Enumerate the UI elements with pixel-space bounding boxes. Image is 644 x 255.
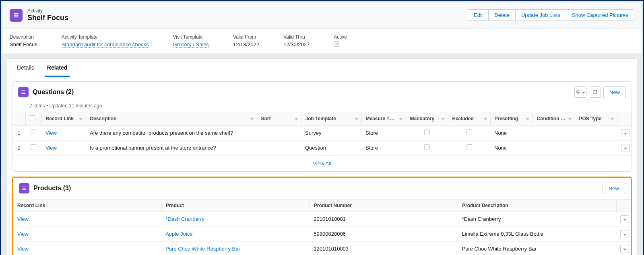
- cell-sort: [257, 125, 301, 140]
- record-link[interactable]: View: [17, 216, 29, 222]
- row-checkbox[interactable]: [31, 144, 36, 150]
- field-label: Description: [10, 34, 37, 40]
- svg-rect-9: [22, 189, 26, 190]
- col-excluded[interactable]: Excluded: [448, 112, 490, 125]
- col-row-actions: [617, 112, 632, 125]
- record-link[interactable]: View: [45, 130, 57, 136]
- row-actions-button[interactable]: [620, 245, 629, 253]
- svg-rect-3: [21, 90, 25, 91]
- record-title: Shelf Focus: [27, 14, 68, 23]
- field-valid-thru: Valid Thru 12/30/2027: [283, 34, 310, 48]
- row-actions-button[interactable]: [620, 230, 629, 238]
- col-row-number: [12, 112, 25, 125]
- field-value-link[interactable]: Grocery / Sales: [173, 41, 209, 48]
- col-product[interactable]: Product: [161, 199, 310, 212]
- cell-product-number: 59800020006: [310, 226, 458, 241]
- col-pos-type[interactable]: POS Type: [575, 112, 617, 125]
- svg-rect-0: [14, 13, 19, 14]
- field-value: Shelf Focus: [10, 41, 37, 47]
- cell-excluded-checkbox: [466, 130, 472, 135]
- card-title: Products (3): [33, 185, 71, 192]
- object-label: Activity: [27, 8, 68, 14]
- field-label: Valid From: [233, 34, 259, 40]
- cell-product-number: 20101010001: [310, 212, 458, 226]
- cell-mandatory-checkbox: [424, 130, 430, 135]
- header-actions: Edit Delete Update Job Lists Show Captur…: [468, 9, 634, 21]
- list-icon: [18, 87, 29, 97]
- cell-product-description: *Dash Cranberry: [458, 212, 616, 226]
- row-number: 2: [12, 140, 25, 155]
- questions-view-all[interactable]: View All: [313, 160, 331, 167]
- update-job-lists-button[interactable]: Update Job Lists: [515, 9, 566, 21]
- field-value: 12/13/2022: [233, 41, 259, 47]
- cell-description: Are there any competitor products presen…: [86, 125, 257, 140]
- tab-related[interactable]: Related: [45, 59, 70, 77]
- row-actions-button[interactable]: [620, 215, 629, 223]
- svg-rect-7: [22, 187, 26, 187]
- product-link[interactable]: Pure Choc White Raspberry Bar: [165, 246, 240, 252]
- field-label: Valid Thru: [283, 34, 310, 40]
- col-mandatory[interactable]: Mandatory: [406, 112, 448, 125]
- record-link[interactable]: View: [45, 145, 57, 151]
- product-link[interactable]: Apple Juice: [165, 231, 192, 237]
- col-row-actions: [616, 199, 631, 212]
- record-header-left: Activity Shelf Focus: [10, 8, 68, 23]
- col-presetting[interactable]: Presetting: [490, 112, 533, 125]
- related-questions-card: Questions (2) New 2 items • Updated 11 m…: [12, 81, 632, 172]
- record-header: Activity Shelf Focus Edit Delete Update …: [2, 2, 642, 29]
- row-actions-button[interactable]: [621, 144, 630, 152]
- svg-point-6: [578, 91, 579, 93]
- page-body: Details Related Questions (2): [2, 58, 642, 255]
- table-row: View Pure Choc White Raspberry Bar 12010…: [13, 241, 631, 255]
- questions-table: Record Link Description Sort Job Templat…: [12, 112, 632, 156]
- new-product-button[interactable]: New: [603, 183, 625, 194]
- col-select-all[interactable]: [25, 112, 41, 125]
- col-product-number[interactable]: Product Number: [310, 199, 458, 212]
- table-row: View Apple Juice 59800020006 Limella Ext…: [13, 226, 631, 241]
- field-activity-template: Activity Template Standard audit for com…: [62, 34, 149, 48]
- refresh-button[interactable]: [589, 86, 601, 98]
- card-title: Questions (2): [33, 88, 74, 96]
- table-settings-button[interactable]: [574, 86, 586, 98]
- table-row: 2 View Is a promotional banner present a…: [12, 140, 632, 155]
- show-captured-pictures-button[interactable]: Show Captured Pictures: [566, 9, 634, 21]
- edit-button[interactable]: Edit: [468, 9, 489, 21]
- col-record-link[interactable]: Record Link: [41, 112, 86, 125]
- col-measure-type[interactable]: Measure T…: [361, 112, 406, 125]
- cell-measure-type: Store: [361, 140, 406, 155]
- cell-presetting: None: [490, 125, 533, 140]
- svg-rect-8: [22, 188, 26, 189]
- col-description[interactable]: Description: [86, 112, 257, 125]
- row-checkbox[interactable]: [31, 130, 36, 135]
- svg-rect-2: [14, 16, 19, 17]
- field-visit-template: Visit Template Grocery / Sales: [173, 34, 209, 48]
- col-product-description[interactable]: Product Description: [458, 199, 616, 212]
- svg-rect-5: [21, 93, 25, 94]
- delete-button[interactable]: Delete: [488, 9, 516, 21]
- checkbox-checked-disabled: ✓: [334, 41, 339, 47]
- col-record-link[interactable]: Record Link: [13, 199, 161, 212]
- svg-rect-4: [21, 92, 25, 93]
- col-condition[interactable]: Condition …: [533, 112, 575, 125]
- tab-details[interactable]: Details: [14, 59, 37, 77]
- col-job-template[interactable]: Job Template: [301, 112, 361, 125]
- col-sort[interactable]: Sort: [257, 112, 301, 125]
- row-number: 1: [12, 125, 25, 140]
- field-value-link[interactable]: Standard audit for compliance checks: [62, 41, 149, 48]
- row-actions-button[interactable]: [621, 129, 630, 137]
- table-row: View *Dash Cranberry 20101010001 *Dash C…: [13, 212, 631, 226]
- cell-product-description: Pure Choc White Raspberry Bar: [458, 241, 616, 255]
- field-value: 12/30/2027: [283, 41, 310, 47]
- cell-condition: [533, 140, 575, 155]
- product-link[interactable]: *Dash Cranberry: [165, 216, 204, 222]
- record-link[interactable]: View: [17, 231, 29, 237]
- cell-pos-type: [575, 140, 617, 155]
- field-active: Active ✓: [334, 34, 347, 48]
- record-link[interactable]: View: [17, 246, 29, 252]
- cell-measure-type: Store: [361, 125, 406, 140]
- cell-job-template: Question: [301, 140, 361, 155]
- field-label: Visit Template: [173, 34, 209, 40]
- card-meta: 2 items • Updated 11 minutes ago: [12, 103, 632, 112]
- cell-product-number: 120101010003: [310, 241, 458, 255]
- new-question-button[interactable]: New: [603, 86, 626, 98]
